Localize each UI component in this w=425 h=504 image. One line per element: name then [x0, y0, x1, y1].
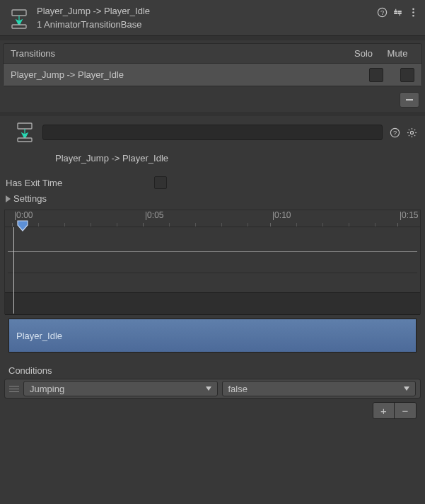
- tick-label: |0:10: [272, 210, 291, 220]
- timeline-track-line: [8, 251, 417, 252]
- condition-parameter-dropdown[interactable]: Jumping: [23, 381, 218, 396]
- svg-rect-1: [12, 25, 26, 28]
- transition-name-input[interactable]: [42, 125, 383, 140]
- svg-text:?: ?: [392, 130, 396, 137]
- dropdown-value: false: [228, 384, 248, 394]
- svg-rect-0: [12, 10, 26, 16]
- svg-text:?: ?: [380, 9, 383, 16]
- has-exit-time-row: Has Exit Time: [0, 175, 425, 190]
- solo-header: Solo: [347, 48, 380, 59]
- has-exit-time-label: Has Exit Time: [6, 178, 154, 188]
- timeline-ruler[interactable]: |0:00 |0:05 |0:10 |0:15: [4, 210, 421, 227]
- remove-condition-button[interactable]: −: [395, 403, 416, 418]
- playhead-handle-icon[interactable]: [16, 219, 29, 232]
- header-subtitle: 1 AnimatorTransitionBase: [37, 16, 375, 30]
- gear-icon[interactable]: [405, 126, 418, 139]
- inspector-header: Player_Jump -> Player_Idle 1 AnimatorTra…: [0, 0, 425, 36]
- svg-rect-9: [18, 138, 32, 142]
- has-exit-time-checkbox[interactable]: [154, 176, 167, 189]
- transition-row[interactable]: Player_Jump -> Player_Idle: [4, 64, 421, 86]
- timeline-playhead[interactable]: [13, 227, 14, 314]
- transition-timeline[interactable]: |0:00 |0:05 |0:10 |0:15: [4, 210, 421, 353]
- svg-point-6: [412, 14, 414, 16]
- svg-point-5: [412, 11, 414, 13]
- tick-label: |0:05: [145, 210, 163, 220]
- chevron-down-icon: [206, 386, 211, 391]
- menu-icon[interactable]: [407, 6, 419, 18]
- svg-line-19: [408, 134, 409, 135]
- detail-subtitle: Player_Jump -> Player_Idle: [3, 146, 422, 172]
- chevron-right-icon: [6, 195, 11, 202]
- help-icon[interactable]: ?: [375, 6, 388, 18]
- drag-handle-icon[interactable]: [9, 383, 19, 394]
- transition-icon: [13, 120, 37, 144]
- condition-value-dropdown[interactable]: false: [222, 381, 417, 396]
- tick-label: |0:00: [14, 210, 33, 220]
- svg-rect-8: [18, 123, 32, 129]
- clip-label: Player_Idle: [16, 331, 62, 341]
- mute-header: Mute: [380, 48, 414, 59]
- conditions-label: Conditions: [4, 362, 421, 379]
- tick-label: |0:15: [400, 210, 418, 220]
- transition-row-label: Player_Jump -> Player_Idle: [11, 67, 352, 83]
- destination-clip[interactable]: Player_Idle: [8, 319, 417, 353]
- preset-icon[interactable]: [391, 6, 404, 18]
- transitions-label: Transitions: [11, 48, 347, 59]
- dropdown-value: Jumping: [30, 384, 64, 394]
- svg-rect-7: [406, 99, 413, 101]
- add-condition-button[interactable]: +: [373, 403, 395, 418]
- settings-foldout[interactable]: Settings: [0, 190, 425, 207]
- condition-row: Jumping false: [5, 379, 420, 398]
- svg-line-20: [414, 129, 414, 130]
- chevron-down-icon: [404, 386, 409, 391]
- svg-point-4: [412, 8, 414, 10]
- timeline-body[interactable]: [4, 227, 421, 314]
- help-icon[interactable]: ?: [388, 126, 401, 139]
- timeline-lower-band: [5, 292, 420, 315]
- svg-point-12: [410, 131, 413, 134]
- mute-checkbox[interactable]: [400, 68, 414, 82]
- settings-label: Settings: [13, 193, 47, 204]
- transitions-section: Transitions Solo Mute Player_Jump -> Pla…: [3, 43, 422, 86]
- solo-checkbox[interactable]: [369, 68, 383, 82]
- remove-transition-button[interactable]: [400, 92, 419, 108]
- svg-line-18: [414, 134, 414, 135]
- header-title: Player_Jump -> Player_Idle: [37, 4, 375, 16]
- svg-line-17: [408, 129, 409, 130]
- transition-icon: [7, 7, 31, 31]
